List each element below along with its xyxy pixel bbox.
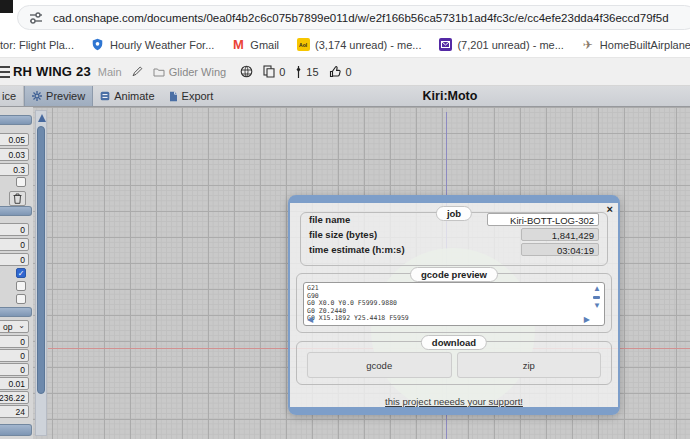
browser-chrome: cad.onshape.com/documents/0ea0f4b2c6c075… (0, 0, 690, 57)
download-gcode-button[interactable]: gcode (307, 352, 452, 378)
checkbox[interactable] (16, 281, 26, 291)
url-text[interactable]: cad.onshape.com/documents/0ea0f4b2c6c075… (53, 12, 669, 24)
scroll-right-icon[interactable]: ▶ (584, 316, 590, 324)
site-info-icon[interactable] (28, 10, 44, 26)
job-modal: × job file name Kiri-BOTT-LOG-302 file s… (288, 195, 620, 415)
download-fieldset: download gcode zip (296, 341, 612, 385)
scroll-left-icon[interactable]: ◀ (307, 316, 313, 324)
versions-button[interactable]: 15 (295, 65, 318, 79)
tab-animate[interactable]: Animate (93, 86, 161, 106)
gcode-preview-box[interactable]: G21 G90 G0 X0.0 Y0.0 F5999.9880 G0 Z0.24… (303, 282, 605, 326)
gcode-preview-title: gcode preview (410, 267, 498, 282)
job-modal-title: job (436, 206, 472, 221)
copies-button[interactable]: 0 (263, 65, 285, 78)
checkbox-checked[interactable]: ✓ (16, 268, 26, 278)
scrollbar-thumb[interactable] (593, 296, 600, 299)
export-file-icon (169, 91, 178, 102)
workspace-label: Main (98, 66, 122, 78)
checkbox[interactable] (16, 294, 26, 304)
checkbox[interactable] (16, 177, 26, 187)
kiri-toolbar: ice Preview Animate Export Kiri:Moto (0, 86, 690, 107)
number-input[interactable]: 0.01 (0, 377, 29, 390)
download-zip-button[interactable]: zip (457, 352, 602, 378)
globe-icon (240, 65, 253, 78)
panel-section-header[interactable] (0, 115, 32, 125)
screen: cad.onshape.com/documents/0ea0f4b2c6c075… (0, 0, 690, 439)
download-title: download (421, 335, 487, 350)
shield-icon (91, 38, 105, 52)
file-size-value: 1,841,429 (521, 228, 599, 241)
bookmark-gmail[interactable]: M Gmail (231, 38, 279, 52)
time-estimate-value: 03:04:19 (521, 243, 599, 256)
copy-icon (263, 65, 275, 78)
file-size-label: file size (bytes) (309, 229, 377, 240)
pin-icon (295, 65, 302, 79)
number-input[interactable]: 236.22 (0, 391, 29, 404)
number-input[interactable]: 0.05 (0, 133, 29, 146)
gcode-line: G21 (304, 283, 604, 293)
support-link[interactable]: this project neeeds your support! (385, 396, 523, 407)
scroll-up-icon[interactable]: ▲ (593, 285, 601, 293)
gcode-preview-fieldset: gcode preview G21 G90 G0 X0.0 Y0.0 F5999… (296, 273, 612, 333)
file-size-row: file size (bytes) 1,841,429 (309, 228, 599, 241)
close-icon[interactable]: × (607, 204, 613, 215)
menu-icon[interactable] (0, 66, 7, 78)
public-button[interactable] (240, 65, 253, 78)
gcode-line: G0 X0.0 Y0.0 F5999.9880 (304, 300, 604, 308)
support-link-row: this project neeeds your support! (290, 391, 618, 409)
bookmark-yahoo-mail[interactable]: (7,201 unread) - me... (438, 38, 563, 52)
element-tab[interactable]: Glider Wing (153, 66, 226, 78)
trash-icon (13, 193, 22, 204)
bookmark-flight-planner[interactable]: tor: Flight Pla... (0, 39, 74, 51)
file-name-input[interactable]: Kiri-BOTT-LOG-302 (487, 213, 599, 226)
pencil-icon (132, 66, 143, 77)
corner-artifact (0, 0, 13, 13)
airplane-icon: ✈ (581, 38, 595, 52)
animate-icon (100, 91, 110, 101)
document-title: RH WING 23 (13, 64, 91, 79)
time-estimate-row: time estimate (h:m:s) 03:04:19 (309, 243, 599, 256)
aol-icon: Aol (296, 38, 310, 52)
scroll-down-icon[interactable]: ▼ (593, 302, 601, 310)
kiri-moto-brand: Kiri:Moto (423, 89, 478, 103)
mail-icon (438, 38, 452, 52)
thumbs-up-icon (329, 65, 342, 78)
number-input[interactable]: 0.03 (0, 148, 29, 161)
gear-icon (32, 91, 42, 101)
settings-panel: 0.05 0.03 0.3 0 0 0 ✓ op ⌄ 0 0 0 0.01 23… (0, 107, 33, 439)
scrollbar-up-arrow[interactable] (38, 114, 46, 122)
likes-button[interactable]: 0 (329, 65, 352, 78)
number-input[interactable]: 0 (0, 238, 29, 251)
delete-button[interactable] (9, 191, 26, 206)
panel-section-header[interactable] (0, 206, 32, 216)
tab-preview[interactable]: Preview (24, 86, 93, 106)
file-name-label: file name (309, 214, 350, 225)
panel-section-header[interactable] (0, 307, 32, 317)
tab-export[interactable]: Export (162, 86, 221, 106)
number-input[interactable]: 0 (0, 253, 29, 266)
time-estimate-label: time estimate (h:m:s) (309, 244, 405, 255)
number-input[interactable]: 0 (0, 335, 29, 348)
folder-icon (153, 67, 165, 77)
number-input[interactable]: 0.3 (0, 163, 29, 176)
op-dropdown[interactable]: op ⌄ (0, 320, 29, 333)
chevron-down-icon: ⌄ (18, 321, 25, 330)
number-input[interactable]: 0 (0, 363, 29, 376)
number-input[interactable]: 0 (0, 349, 29, 362)
bookmark-homebuiltairplanes[interactable]: ✈ HomeBuiltAirplanes... (581, 38, 690, 52)
gcode-line: G0 X15.1892 Y25.4418 F5959 (304, 315, 604, 323)
job-fieldset: job file name Kiri-BOTT-LOG-302 file siz… (300, 212, 608, 266)
number-input[interactable]: 24 (0, 405, 29, 418)
rename-button[interactable] (132, 66, 143, 77)
gmail-icon: M (231, 38, 245, 52)
number-input[interactable]: 0 (0, 223, 29, 236)
url-bar[interactable]: cad.onshape.com/documents/0ea0f4b2c6c075… (17, 5, 690, 30)
bookmarks-bar: tor: Flight Pla... Hourly Weather For...… (0, 33, 690, 56)
tab-slice[interactable]: ice (0, 86, 24, 106)
bookmark-aol-mail[interactable]: Aol (3,174 unread) - me... (296, 38, 421, 52)
bookmark-weather[interactable]: Hourly Weather For... (91, 38, 214, 52)
panel-scrollbar-thumb[interactable] (37, 126, 45, 394)
document-header: RH WING 23 Main Glider Wing 0 15 0 (0, 57, 690, 86)
panel-section-header[interactable] (0, 424, 32, 436)
